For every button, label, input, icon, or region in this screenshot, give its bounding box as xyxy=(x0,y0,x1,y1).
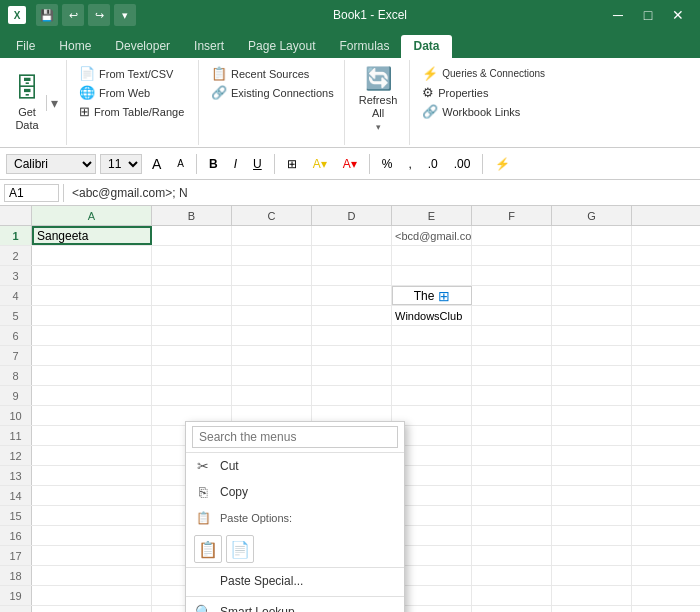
refresh-all-label: RefreshAll xyxy=(359,94,398,120)
windows-club-name-cell[interactable]: WindowsClub xyxy=(392,306,472,325)
tab-page-layout[interactable]: Page Layout xyxy=(236,35,327,58)
tab-home[interactable]: Home xyxy=(47,35,103,58)
formula-bar-content: <abc@gmail.com>; N xyxy=(68,186,696,200)
maximize-button[interactable]: □ xyxy=(634,4,662,26)
get-data-dropdown-button[interactable]: ▾ xyxy=(46,95,62,111)
more-format-button[interactable]: ⚡ xyxy=(489,154,516,174)
tab-data[interactable]: Data xyxy=(401,35,451,58)
cell-e1[interactable]: <bcd@gmail.com>; Ashish xyxy=(392,226,472,245)
properties-button[interactable]: ⚙ Properties xyxy=(418,83,549,102)
recent-sources-button[interactable]: 📋 Recent Sources xyxy=(207,64,338,83)
cell-a1[interactable]: Sangeeta xyxy=(32,226,152,245)
col-header-c[interactable]: C xyxy=(232,206,312,225)
col-header-e[interactable]: E xyxy=(392,206,472,225)
close-button[interactable]: ✕ xyxy=(664,4,692,26)
tab-developer[interactable]: Developer xyxy=(103,35,182,58)
smart-lookup-label: Smart Lookup xyxy=(220,605,396,612)
formula-bar: <abc@gmail.com>; N xyxy=(0,180,700,206)
col-header-f[interactable]: F xyxy=(472,206,552,225)
increase-decimal-button[interactable]: .0 xyxy=(422,154,444,174)
row-num-5: 5 xyxy=(0,306,32,325)
from-web-button[interactable]: 🌐 From Web xyxy=(75,83,192,102)
workbook-links-button[interactable]: 🔗 Workbook Links xyxy=(418,102,549,121)
decrease-decimal-button[interactable]: .00 xyxy=(448,154,477,174)
context-menu: ✂ Cut ⎘ Copy 📋 Paste Options: 📋 📄 Paste … xyxy=(185,421,405,612)
paste-icons-row: 📋 📄 xyxy=(186,531,404,568)
paste-values-button[interactable]: 📄 xyxy=(226,535,254,563)
row-num-3: 3 xyxy=(0,266,32,285)
context-menu-smart-lookup[interactable]: 🔍 Smart Lookup xyxy=(186,599,404,612)
tab-formulas[interactable]: Formulas xyxy=(327,35,401,58)
separator4 xyxy=(482,154,483,174)
separator3 xyxy=(369,154,370,174)
undo-button[interactable]: ↩ xyxy=(62,4,84,26)
smart-lookup-icon: 🔍 xyxy=(194,603,212,612)
context-menu-search-input[interactable] xyxy=(192,426,398,448)
fill-color-button[interactable]: A▾ xyxy=(307,154,333,174)
text-csv-icon: 📄 xyxy=(79,66,95,81)
font-color-button[interactable]: A▾ xyxy=(337,154,363,174)
context-menu-cut[interactable]: ✂ Cut xyxy=(186,453,404,479)
refresh-icon: 🔄 xyxy=(365,66,392,92)
table-row: 4 The ⊞ xyxy=(0,286,700,306)
quick-access-button[interactable]: ▾ xyxy=(114,4,136,26)
context-menu-copy[interactable]: ⎘ Copy xyxy=(186,479,404,505)
col-header-g[interactable]: G xyxy=(552,206,632,225)
comma-button[interactable]: , xyxy=(402,154,417,174)
cell-d1[interactable] xyxy=(312,226,392,245)
table-row: 7 xyxy=(0,346,700,366)
col-header-a[interactable]: A xyxy=(32,206,152,225)
ribbon-content: 🗄 GetData ▾ 📄 From Text/CSV 🌐 From Web ⊞… xyxy=(0,58,700,148)
paste-special-label: Paste Special... xyxy=(220,574,396,588)
col-header-d[interactable]: D xyxy=(312,206,392,225)
decrease-font-button[interactable]: A xyxy=(171,155,190,172)
col-header-b[interactable]: B xyxy=(152,206,232,225)
title-bar-controls: 💾 ↩ ↪ ▾ xyxy=(36,4,136,26)
cut-label: Cut xyxy=(220,459,396,473)
formatting-toolbar: Calibri 11 A A B I U ⊞ A▾ A▾ % , .0 .00 … xyxy=(0,148,700,180)
context-menu-paste-options: 📋 Paste Options: xyxy=(186,505,404,531)
windows-club-cell[interactable]: The ⊞ xyxy=(392,286,472,305)
italic-button[interactable]: I xyxy=(228,154,243,174)
existing-connections-button[interactable]: 🔗 Existing Connections xyxy=(207,83,338,102)
tab-file[interactable]: File xyxy=(4,35,47,58)
tab-insert[interactable]: Insert xyxy=(182,35,236,58)
from-text-csv-button[interactable]: 📄 From Text/CSV xyxy=(75,64,192,83)
font-selector[interactable]: Calibri xyxy=(6,154,96,174)
from-table-range-label: From Table/Range xyxy=(94,106,184,118)
paste-button[interactable]: 📋 xyxy=(194,535,222,563)
borders-button[interactable]: ⊞ xyxy=(281,154,303,174)
cell-a2[interactable] xyxy=(32,246,152,265)
context-menu-paste-special[interactable]: Paste Special... xyxy=(186,568,404,594)
row-num-1: 1 xyxy=(0,226,32,245)
divider1 xyxy=(186,596,404,597)
separator2 xyxy=(274,154,275,174)
queries-connections-button[interactable]: ⚡ Queries & Connections xyxy=(418,64,549,83)
increase-font-button[interactable]: A xyxy=(146,153,167,175)
recent-icon: 📋 xyxy=(211,66,227,81)
get-data-label: GetData xyxy=(15,106,38,132)
save-button[interactable]: 💾 xyxy=(36,4,58,26)
redo-button[interactable]: ↪ xyxy=(88,4,110,26)
table-row: 8 xyxy=(0,366,700,386)
bold-button[interactable]: B xyxy=(203,154,224,174)
windows-icon: ⊞ xyxy=(438,288,450,304)
web-icon: 🌐 xyxy=(79,85,95,100)
ribbon-tabs: File Home Developer Insert Page Layout F… xyxy=(0,30,700,58)
font-size-selector[interactable]: 11 xyxy=(100,154,142,174)
get-data-button[interactable]: 🗄 GetData xyxy=(8,69,46,136)
minimize-button[interactable]: ─ xyxy=(604,4,632,26)
percent-button[interactable]: % xyxy=(376,154,399,174)
links-icon: 🔗 xyxy=(422,104,438,119)
underline-button[interactable]: U xyxy=(247,154,268,174)
cell-reference-box[interactable] xyxy=(4,184,59,202)
workbook-links-label: Workbook Links xyxy=(442,106,520,118)
cell-c1[interactable] xyxy=(232,226,312,245)
paste-special-icon xyxy=(194,572,212,590)
cell-f1[interactable] xyxy=(472,226,552,245)
cell-b1[interactable] xyxy=(152,226,232,245)
cell-g1[interactable] xyxy=(552,226,632,245)
ribbon-group-refresh: 🔄 RefreshAll ▾ xyxy=(347,60,411,145)
refresh-all-button[interactable]: 🔄 RefreshAll ▾ xyxy=(353,62,404,136)
from-table-range-button[interactable]: ⊞ From Table/Range xyxy=(75,102,192,121)
